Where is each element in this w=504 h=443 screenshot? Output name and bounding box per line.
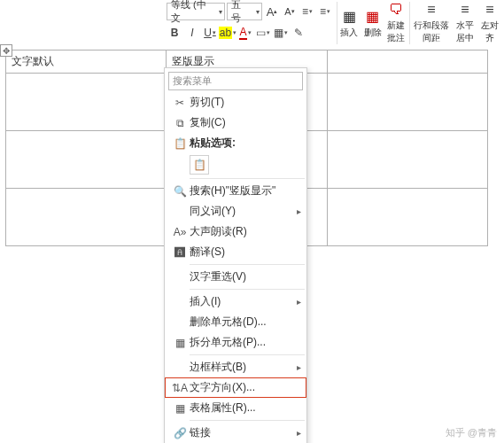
menu-reconvert[interactable]: 汉字重选(V): [165, 267, 306, 287]
menu-smart-lookup[interactable]: 🔍 搜索(H)"竖版显示": [165, 181, 306, 201]
menu-translate[interactable]: 🅰 翻译(S): [165, 242, 306, 262]
menu-text-direction[interactable]: ⇅A 文字方向(X)...: [165, 377, 306, 398]
menu-insert[interactable]: 插入(I): [165, 291, 306, 312]
italic-button[interactable]: I: [184, 25, 200, 41]
table-cell[interactable]: [327, 51, 487, 74]
watermark: 知乎 @青青: [446, 426, 497, 439]
table-cell[interactable]: [6, 131, 167, 189]
format-painter-button[interactable]: ✎: [291, 25, 306, 41]
menu-separator: [190, 420, 305, 421]
table-insert-icon: ▦: [343, 8, 356, 25]
table-delete-icon: ▦: [366, 8, 379, 25]
menu-cut[interactable]: ✂ 剪切(T): [165, 92, 306, 113]
table-cell[interactable]: [6, 189, 167, 246]
delete-table-button[interactable]: ▦ 删除: [361, 2, 384, 44]
paste-keep-source-button[interactable]: 📋: [190, 155, 209, 175]
insert-table-button[interactable]: ▦ 插入: [337, 2, 361, 44]
underline-button[interactable]: U: [202, 25, 218, 41]
scissors-icon: ✂: [170, 97, 190, 109]
comment-icon: 🗨: [389, 2, 403, 18]
menu-read-aloud[interactable]: A» 大声朗读(R): [165, 222, 306, 242]
line-spacing-icon: ≡: [427, 2, 435, 18]
split-cells-icon: ▦: [170, 337, 190, 349]
font-grow-button[interactable]: A▴: [264, 4, 280, 19]
menu-synonyms[interactable]: 同义词(Y): [165, 201, 306, 222]
table-move-handle[interactable]: ✥: [0, 44, 12, 57]
highlight-button[interactable]: ab: [220, 25, 236, 41]
menu-split-cells[interactable]: ▦ 拆分单元格(P)...: [165, 332, 306, 353]
shading-button[interactable]: ▭: [255, 25, 271, 41]
numbering-button[interactable]: ≡: [317, 4, 333, 19]
font-shrink-button[interactable]: A▾: [282, 4, 298, 19]
center-horizontal-button[interactable]: ≡ 水平居中: [451, 2, 479, 44]
link-icon: 🔗: [170, 427, 190, 439]
bold-button[interactable]: B: [167, 25, 182, 41]
align-left-icon: ≡: [485, 2, 493, 18]
translate-icon: 🅰: [170, 246, 190, 259]
menu-delete-cells[interactable]: 删除单元格(D)...: [165, 312, 306, 332]
clipboard-icon: 📋: [170, 137, 190, 150]
font-color-button[interactable]: A: [237, 25, 253, 41]
menu-separator: [190, 178, 305, 179]
menu-link[interactable]: 🔗 链接: [165, 423, 306, 443]
table-cell[interactable]: [327, 189, 487, 246]
menu-copy[interactable]: ⧉ 复制(C): [165, 113, 306, 133]
table-cell[interactable]: 文字默认: [6, 51, 167, 74]
speaker-icon: A»: [170, 226, 190, 238]
context-menu: 搜索菜单 ✂ 剪切(T) ⧉ 复制(C) 📋 粘贴选项: 📋 🔍 搜索(H)"竖…: [164, 67, 307, 443]
search-icon: 🔍: [170, 185, 190, 198]
font-combo[interactable]: 等线 (中文: [167, 3, 225, 20]
borders-button[interactable]: ▦: [273, 25, 289, 41]
menu-table-properties[interactable]: ▦ 表格属性(R)...: [165, 398, 306, 418]
menu-search-input[interactable]: 搜索菜单: [168, 72, 303, 90]
mini-toolbar: 等线 (中文 五号 A▴ A▾ ≡ ≡ B I U ab A ▭ ▦ ✎ ▦ 插…: [159, 0, 504, 44]
size-combo[interactable]: 五号: [227, 3, 262, 20]
table-cell[interactable]: [327, 74, 487, 131]
table-cell[interactable]: [327, 131, 487, 189]
menu-separator: [190, 289, 305, 290]
align-left-button[interactable]: ≡ 左对 齐: [479, 2, 500, 44]
align-center-icon: ≡: [461, 2, 469, 18]
menu-separator: [190, 354, 305, 355]
new-comment-button[interactable]: 🗨 新建 批注: [384, 2, 407, 44]
table-properties-icon: ▦: [170, 402, 190, 415]
table-cell[interactable]: [6, 74, 167, 131]
line-spacing-button[interactable]: ≡ 行和段落 间距: [412, 2, 451, 44]
paste-options-row: 📋: [165, 153, 306, 176]
menu-border-styles[interactable]: 边框样式(B): [165, 357, 306, 377]
bullets-button[interactable]: ≡: [299, 4, 315, 19]
copy-icon: ⧉: [170, 117, 190, 129]
menu-paste-options-label: 📋 粘贴选项:: [165, 133, 306, 153]
menu-separator: [190, 264, 305, 265]
text-direction-icon: ⇅A: [170, 382, 190, 394]
